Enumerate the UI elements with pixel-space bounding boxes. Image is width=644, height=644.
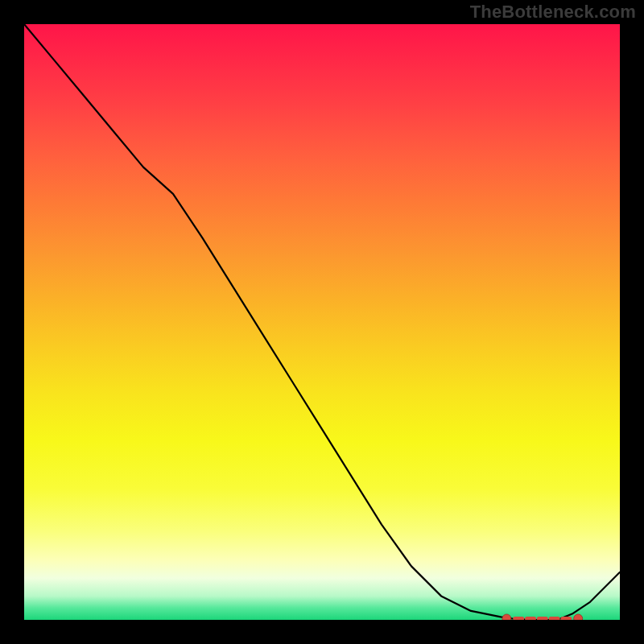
svg-point-1 [574,614,583,620]
chart-frame: TheBottleneck.com [0,0,644,644]
chart-overlay [24,24,620,620]
plot-area [24,24,620,620]
svg-point-0 [502,614,511,620]
watermark-text: TheBottleneck.com [470,2,636,23]
bottleneck-curve [24,24,620,620]
